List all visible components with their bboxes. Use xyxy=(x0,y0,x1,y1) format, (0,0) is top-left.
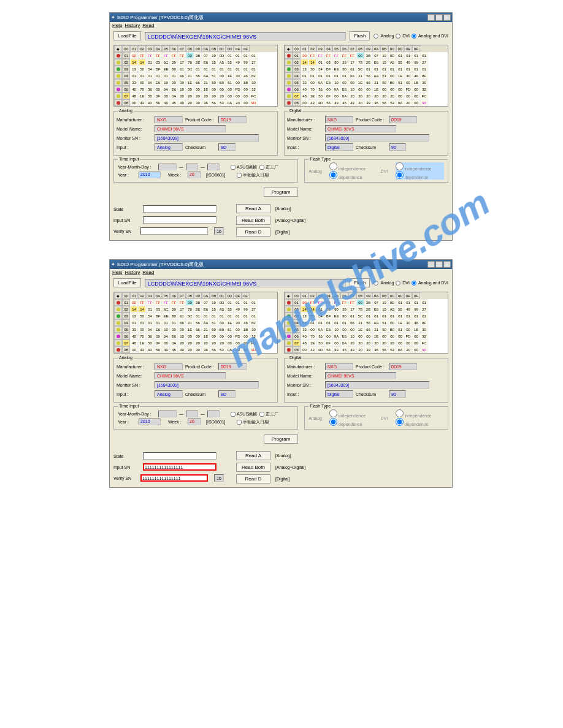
menu-history[interactable]: History xyxy=(124,23,140,28)
info-wrap: Analog Manufacturer :NXGProduct Code :0D… xyxy=(110,108,452,158)
ft-d-dep[interactable] xyxy=(396,171,404,179)
radio-both[interactable] xyxy=(412,281,416,286)
year-val[interactable]: 2010 xyxy=(139,172,161,178)
path-field: LCDDDC\N\NEXGEN\19NXG\CHIMEI 96VS xyxy=(145,279,346,287)
time-wrap: Time input Year-Month-Day : — — ASUS跳帧 进… xyxy=(110,158,452,184)
title-text: ✦ EDID Programmer (TPVDDC6.0)简化版 xyxy=(111,14,204,21)
ft-analog-lbl: Analog xyxy=(308,169,327,173)
verifysn-input[interactable] xyxy=(140,474,208,482)
radio-analog[interactable] xyxy=(373,34,378,39)
menu-read[interactable]: Read xyxy=(142,270,154,275)
verifysn-input[interactable] xyxy=(140,227,208,235)
panel-label: Digital xyxy=(288,108,302,113)
program-row: Program xyxy=(110,184,452,200)
window-buttons: _ □ × xyxy=(427,14,451,21)
actions-row: State Input SN Verify SN16 Read A[Analog… xyxy=(110,200,452,240)
mfr-val: NXG xyxy=(155,116,183,123)
flush-btn[interactable]: Flush xyxy=(350,278,370,287)
ck-manual[interactable] xyxy=(237,173,242,178)
sn-lbl: Monitor SN : xyxy=(117,136,152,140)
radio-both-lbl: Analog and DVI xyxy=(418,34,448,38)
radio-analog-lbl: Analog xyxy=(380,34,394,38)
cksum-lbl: Checksum xyxy=(356,145,386,150)
ymd-y[interactable] xyxy=(158,164,177,170)
readboth-btn[interactable]: Read Both xyxy=(236,463,270,472)
ck-manual-lbl: 手动输入日期 xyxy=(243,172,269,178)
menu-history[interactable]: History xyxy=(124,270,140,275)
sn-val: [16843009] xyxy=(155,134,259,142)
inputsn-input[interactable] xyxy=(143,216,216,224)
hex-digital: ◆000102030405060708090A0B0C0D0E0F 0100FF… xyxy=(284,292,448,354)
readd-btn[interactable]: Read D xyxy=(236,474,270,483)
ft-dep-lbl: dependence xyxy=(405,175,429,180)
radio-dvi[interactable] xyxy=(396,34,400,39)
readd-btn[interactable]: Read D xyxy=(236,227,270,237)
program-btn[interactable]: Program xyxy=(264,188,298,197)
loadfile-btn[interactable]: LoadFile xyxy=(113,31,141,40)
menu-read[interactable]: Read xyxy=(142,23,154,28)
mfr-val: NXG xyxy=(325,116,353,123)
minimize-btn[interactable]: _ xyxy=(427,14,435,21)
ft-a-dep[interactable] xyxy=(329,171,337,179)
iso-lbl: [ISO8601] xyxy=(206,173,226,177)
hex-analog: ◆000102030405060708090A0B0C0D0E0F 0100FF… xyxy=(113,292,278,354)
close-btn[interactable]: × xyxy=(443,14,451,21)
ck-asus[interactable] xyxy=(231,165,236,170)
reada-btn[interactable]: Read A xyxy=(236,204,270,213)
app-icon: ✦ xyxy=(111,15,115,20)
edid-window-2: ✦EDID Programmer (TPVDDC6.0)简化版_□× HelpH… xyxy=(109,259,453,488)
menu-help[interactable]: Help xyxy=(112,23,122,28)
minimize-btn[interactable]: _ xyxy=(427,261,435,268)
ck-factory-lbl: 进工厂 xyxy=(266,164,278,170)
toolbar: LoadFile LCDDDC\N\NEXGEN\19NXG\CHIMEI 96… xyxy=(110,29,452,43)
readboth-btn[interactable]: Read Both xyxy=(236,216,270,225)
cksum-val: 90 xyxy=(389,143,406,151)
ft-d-ind[interactable] xyxy=(396,162,404,170)
ft-ind-lbl: independence xyxy=(339,167,366,171)
week-val[interactable]: 20 xyxy=(188,172,201,178)
ft-a-ind[interactable] xyxy=(329,162,337,170)
sn-len: 16 xyxy=(214,227,224,235)
panel-label: Time input xyxy=(118,157,140,161)
hex-wrap: ◆000102030405060708090A0B0C0D0E0F 0100FF… xyxy=(110,43,452,108)
maximize-btn[interactable]: □ xyxy=(435,14,443,21)
cksum-lbl: Checksum xyxy=(185,145,216,150)
corner-icon: ◆ xyxy=(114,45,122,52)
flush-btn[interactable]: Flush xyxy=(350,31,370,40)
ck-asus-lbl: ASUS跳帧 xyxy=(237,164,257,170)
ymd-m[interactable] xyxy=(186,164,198,170)
maximize-btn[interactable]: □ xyxy=(435,261,443,268)
ymd-d[interactable] xyxy=(207,164,220,170)
ck-factory[interactable] xyxy=(259,165,264,170)
state-input[interactable] xyxy=(143,205,216,213)
ft-ind-lbl: independence xyxy=(405,167,432,171)
flash-panel: Flash Type Analog independence dependenc… xyxy=(304,159,448,183)
readd-lbl: [Digital] xyxy=(275,230,289,234)
mfr-lbl: Manufacturer : xyxy=(287,118,323,122)
radio-analog[interactable] xyxy=(373,281,378,286)
radio-dvi[interactable] xyxy=(396,281,400,286)
year-lbl: Year : xyxy=(118,173,136,177)
panel-label: Analog xyxy=(118,108,134,113)
model-lbl: Model Name: xyxy=(287,127,323,131)
readboth-lbl: [Analog+Digital] xyxy=(275,218,305,222)
path-field: LCDDDC\N\NEXGEN\19NXG\CHIMEI 96VS xyxy=(145,32,346,40)
radio-dvi-lbl: DVI xyxy=(402,34,410,38)
radio-both[interactable] xyxy=(412,34,416,39)
inputsn-input[interactable] xyxy=(143,463,216,471)
input-val: Analog xyxy=(155,143,183,151)
inputsn-lbl: Input SN xyxy=(113,218,140,222)
menu-help[interactable]: Help xyxy=(112,270,122,275)
pcode-val: 0D19 xyxy=(389,116,417,123)
title-label: EDID Programmer (TPVDDC6.0)简化版 xyxy=(117,14,204,21)
edid-window-1: ✦ EDID Programmer (TPVDDC6.0)简化版 _ □ × H… xyxy=(109,12,453,241)
week-lbl: Week : xyxy=(168,173,185,177)
state-input[interactable] xyxy=(143,452,216,460)
read-col: Read A[Analog] Read Both[Analog+Digital]… xyxy=(236,202,448,239)
program-btn[interactable]: Program xyxy=(264,434,298,444)
cksum-val: 9D xyxy=(218,143,236,151)
reada-btn[interactable]: Read A xyxy=(236,451,270,460)
mode-radios: Analog DVI Analog and DVI xyxy=(373,34,448,39)
close-btn[interactable]: × xyxy=(443,261,451,268)
loadfile-btn[interactable]: LoadFile xyxy=(113,278,141,287)
